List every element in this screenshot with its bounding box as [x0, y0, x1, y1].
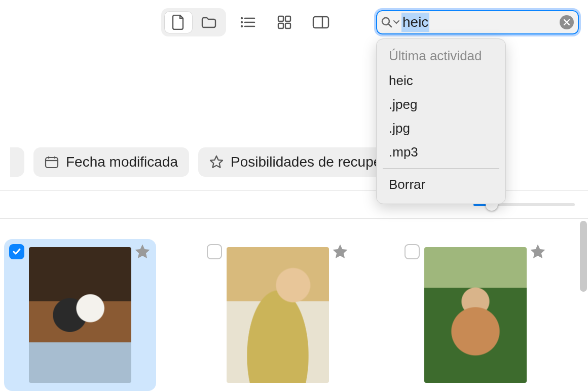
folder-icon [201, 16, 216, 29]
thumbnail-image [29, 247, 131, 383]
select-checkbox[interactable] [9, 244, 24, 259]
filter-date-modified[interactable]: Fecha modificada [33, 147, 189, 177]
search-value: heic [401, 13, 429, 32]
filter-chip-truncated[interactable] [10, 147, 24, 177]
clear-search-button[interactable] [560, 15, 574, 29]
view-mode-group [161, 8, 226, 36]
suggestion-item[interactable]: heic [377, 69, 505, 93]
favorite-button[interactable] [529, 243, 546, 260]
star-icon [134, 243, 151, 260]
view-folder-button[interactable] [195, 11, 223, 33]
view-grid-button[interactable] [270, 9, 299, 35]
svg-rect-6 [285, 23, 290, 28]
chevron-down-icon [393, 20, 399, 25]
thumbnail-card[interactable] [4, 239, 156, 391]
thumbnail-card[interactable] [202, 239, 354, 391]
view-document-button[interactable] [164, 11, 193, 33]
thumbnail-card[interactable] [399, 239, 552, 391]
filter-label: Fecha modificada [66, 154, 178, 170]
svg-point-1 [241, 21, 243, 23]
search-suggestions-dropdown: Última actividad heic .jpeg .jpg .mp3 Bo… [376, 38, 506, 204]
list-icon [240, 16, 255, 28]
search-container: heic Última actividad heic .jpeg .jpg .m… [374, 8, 581, 36]
suggestion-item[interactable]: .mp3 [377, 140, 505, 164]
svg-point-2 [241, 25, 243, 27]
search-icon [381, 17, 392, 28]
svg-rect-3 [278, 16, 283, 21]
svg-point-8 [382, 18, 389, 25]
search-scope-button[interactable] [381, 17, 399, 28]
favorite-button[interactable] [332, 243, 349, 260]
search-input[interactable]: heic [374, 8, 581, 36]
svg-point-0 [241, 17, 243, 19]
clear-history-item[interactable]: Borrar [377, 173, 505, 197]
dropdown-separator [383, 168, 499, 169]
thumbnail-image [227, 247, 329, 383]
suggestion-item[interactable]: .jpg [377, 116, 505, 140]
svg-rect-9 [46, 158, 58, 168]
star-outline-icon [209, 155, 224, 169]
close-icon [563, 19, 570, 26]
star-icon [332, 243, 349, 260]
svg-rect-7 [313, 17, 328, 28]
grid-icon [277, 15, 291, 29]
svg-rect-4 [285, 16, 290, 21]
view-list-button[interactable] [233, 9, 263, 35]
thumbnail-gallery [0, 219, 588, 391]
dropdown-header: Última actividad [377, 46, 505, 69]
suggestion-item[interactable]: .jpeg [377, 93, 505, 116]
document-icon [172, 15, 185, 30]
thumbnail-image [424, 247, 527, 383]
svg-rect-5 [278, 23, 283, 28]
select-checkbox[interactable] [207, 244, 222, 259]
vertical-scrollbar[interactable] [580, 221, 587, 292]
favorite-button[interactable] [134, 243, 151, 260]
calendar-icon [45, 155, 59, 169]
toggle-sidebar-button[interactable] [306, 9, 336, 35]
star-icon [529, 243, 546, 260]
select-checkbox[interactable] [405, 244, 420, 259]
toolbar: heic Última actividad heic .jpeg .jpg .m… [0, 0, 588, 45]
sidebar-icon [312, 16, 329, 29]
